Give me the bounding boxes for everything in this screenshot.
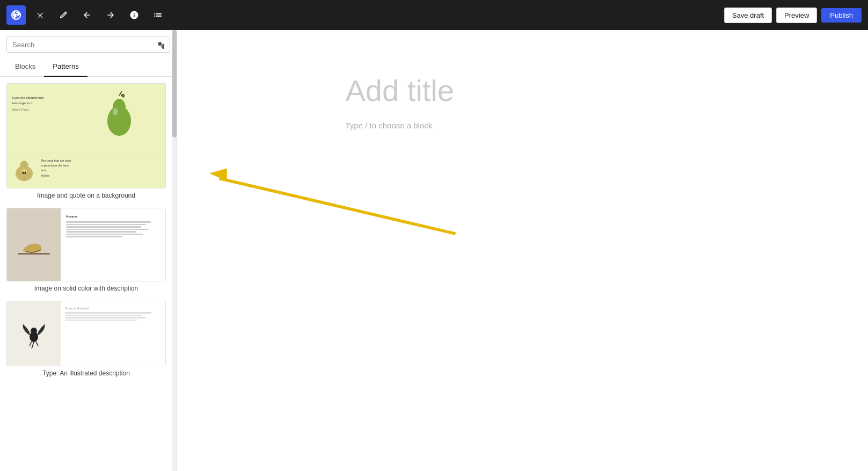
toolbar-right-actions: Save draft Preview Publish	[724, 8, 862, 23]
pattern-label: Image on solid color with description	[6, 285, 166, 292]
svg-point-5	[21, 169, 27, 175]
tab-blocks[interactable]: Blocks	[6, 57, 44, 77]
list-item[interactable]: Horace Ima	[6, 208, 166, 292]
pattern-list: Even the bitterest fruithas sugar in it.…	[0, 77, 177, 471]
pattern-label: Type: An illustrated description	[6, 369, 166, 377]
svg-rect-8	[18, 253, 50, 255]
scrollbar-thumb[interactable]	[172, 30, 177, 137]
list-item[interactable]: Cicero on illustration Type: An illustra…	[6, 301, 166, 377]
pattern-thumbnail-pear: Even the bitterest fruithas sugar in it.…	[6, 83, 166, 189]
search-icon-button[interactable]	[156, 40, 164, 49]
svg-point-10	[31, 328, 37, 334]
preview-button[interactable]: Preview	[776, 8, 817, 23]
pattern-thumbnail-solid: Horace	[6, 208, 166, 281]
tabs: Blocks Patterns	[0, 57, 177, 77]
list-item[interactable]: Even the bitterest fruithas sugar in it.…	[6, 83, 166, 199]
scrollbar[interactable]	[172, 30, 177, 471]
pattern-thumbnail-third: Cicero on illustration	[6, 301, 166, 366]
main-area: Blocks Patterns Even the bitterest fruit…	[0, 30, 868, 471]
pattern-label: Image and quote on a background	[6, 192, 166, 199]
edit-button[interactable]	[54, 5, 73, 25]
info-button[interactable]	[125, 5, 144, 25]
list-view-button[interactable]	[148, 5, 167, 25]
search-box	[6, 37, 170, 53]
wordpress-logo[interactable]	[6, 5, 26, 25]
close-button[interactable]	[30, 5, 49, 25]
undo-button[interactable]	[77, 5, 97, 25]
post-title-input[interactable]: Add title	[346, 73, 700, 108]
editor-content[interactable]: Add title Type / to choose a block	[177, 30, 868, 471]
svg-point-2	[113, 108, 118, 115]
tab-patterns[interactable]: Patterns	[44, 57, 87, 77]
editor-inner: Add title Type / to choose a block	[346, 73, 700, 130]
search-container	[0, 30, 177, 57]
redo-button[interactable]	[101, 5, 120, 25]
editor-block-placeholder[interactable]: Type / to choose a block	[346, 121, 700, 130]
editor-area: Add title Type / to choose a block	[177, 30, 868, 471]
sidebar: Blocks Patterns Even the bitterest fruit…	[0, 30, 177, 471]
search-input[interactable]	[12, 41, 156, 49]
toolbar: Save draft Preview Publish	[0, 0, 868, 30]
publish-button[interactable]: Publish	[821, 8, 862, 23]
save-draft-button[interactable]: Save draft	[724, 8, 772, 23]
